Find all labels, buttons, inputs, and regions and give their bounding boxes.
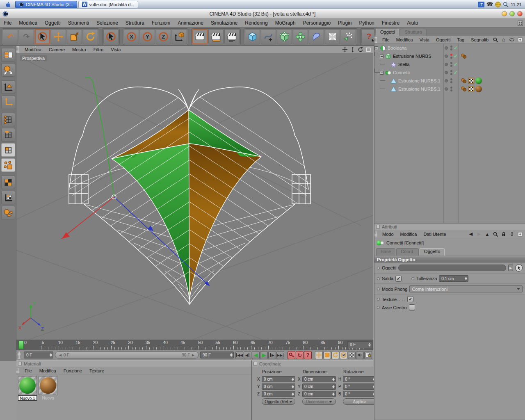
points-mode-button[interactable] — [1, 113, 15, 126]
material-thumbnail[interactable] — [18, 376, 37, 395]
key-scale-button[interactable] — [323, 351, 331, 359]
panel-pin-icon[interactable] — [253, 362, 257, 365]
lock-x-button[interactable]: X — [124, 29, 139, 44]
plus-icon[interactable] — [517, 37, 523, 43]
render-view-button[interactable] — [192, 29, 208, 44]
coordinate-system-button[interactable] — [172, 29, 187, 44]
material-thumbnail[interactable] — [39, 376, 57, 395]
zoomv-icon[interactable] — [349, 46, 356, 52]
stepper-icon[interactable] — [332, 385, 335, 388]
up-icon[interactable]: ▲ — [484, 231, 491, 237]
taskbar-app-word[interactable]: W volte.doc [Modalità d... — [78, 1, 138, 8]
taskbar-app-cinema4d[interactable]: CINEMA 4D Studio (3... — [15, 1, 77, 8]
next-frame-button[interactable]: ▶ — [268, 351, 276, 359]
stepper-icon[interactable] — [332, 378, 335, 381]
maximize-icon[interactable] — [365, 46, 372, 52]
expand-toggle-icon[interactable] — [374, 46, 378, 50]
layer-dot[interactable] — [445, 71, 448, 74]
prev-frame-button[interactable]: ◀ — [244, 351, 251, 359]
materials-menu-file[interactable]: File — [21, 368, 36, 373]
uvw-tag-icon[interactable] — [468, 78, 475, 84]
back-icon[interactable]: ◀ — [468, 231, 474, 237]
deformers-button[interactable] — [309, 29, 324, 44]
menu-oggetti[interactable]: Oggetti — [41, 20, 64, 26]
last-tool-button[interactable] — [103, 29, 119, 44]
materials-header[interactable]: Materiali — [16, 361, 251, 367]
tree-row-estrusione-nurbs-1[interactable]: Estrusione NURBS.1 — [374, 77, 525, 85]
panel-pin-icon[interactable] — [18, 362, 22, 365]
enabled-check-icon[interactable]: ✓ — [454, 70, 458, 75]
tree-row-booleana[interactable]: Booleana✓ — [374, 44, 525, 52]
object-picker-button[interactable] — [515, 264, 523, 272]
tree-row-estrusione-nurbs-1[interactable]: Estrusione NURBS.1 — [374, 85, 525, 93]
section-header[interactable]: Proprietà Oggetto — [374, 256, 525, 262]
current-frame-marker[interactable] — [18, 341, 24, 349]
redo-button[interactable]: ↷ — [19, 29, 34, 44]
modo-phong-dropdown[interactable]: Come Interruzioni — [409, 285, 523, 292]
attr-menu-dati-utente[interactable]: Dati Utente — [420, 232, 450, 237]
keyframe-doc-button[interactable] — [364, 351, 372, 359]
play-forward-button[interactable]: ▶ — [260, 351, 268, 359]
tree-row-stella[interactable]: Stella✓ — [374, 60, 525, 68]
salda-checkbox[interactable]: ✓ — [395, 276, 402, 282]
coord-field-dimensione-z[interactable]: 0 cm — [302, 391, 336, 397]
menu-plugin[interactable]: Plugin — [334, 20, 355, 26]
visibility-dots[interactable] — [450, 46, 452, 50]
to-end-button[interactable]: ▶▶ — [276, 351, 284, 359]
animation-mode-button[interactable] — [1, 206, 15, 219]
drag-handle[interactable] — [374, 231, 377, 237]
visibility-dots[interactable] — [450, 70, 452, 75]
coord-field-posizione-z[interactable]: 0 cm — [262, 391, 295, 397]
enabled-check-icon[interactable]: ✓ — [454, 45, 458, 51]
stepper-icon[interactable] — [368, 343, 371, 347]
coord-field-dimensione-y[interactable]: 0 cm — [302, 383, 336, 390]
menu-aiuto[interactable]: Aiuto — [403, 20, 422, 26]
layer-dot[interactable] — [445, 55, 448, 58]
coord-field-rotazione-p[interactable]: 0 ° — [343, 383, 377, 390]
menu-mograph[interactable]: MoGraph — [272, 20, 299, 26]
phong-tag-icon[interactable] — [461, 53, 467, 59]
lock-icon[interactable] — [500, 231, 507, 237]
key-rotate-button[interactable] — [331, 351, 339, 359]
texture-axis-mode-button[interactable] — [1, 191, 15, 204]
visibility-dots[interactable] — [450, 62, 452, 67]
viewport-menu-vista[interactable]: Vista — [107, 47, 124, 52]
om-menu-file[interactable]: File — [379, 37, 393, 42]
object-axis-mode-button[interactable] — [1, 96, 15, 109]
layer-dot[interactable] — [445, 79, 448, 82]
key-move-button[interactable] — [315, 351, 323, 359]
menu-rendering[interactable]: Rendering — [241, 20, 271, 26]
asse-centro-checkbox[interactable] — [409, 304, 415, 310]
live-selection-button[interactable] — [35, 29, 50, 44]
generators-button[interactable] — [277, 29, 292, 44]
zoom-button[interactable] — [509, 11, 515, 16]
eye-icon[interactable] — [509, 37, 515, 43]
key-param-button[interactable]: P — [340, 351, 347, 359]
menu-file[interactable]: File — [0, 20, 15, 26]
menu-simulazione[interactable]: Simulazione — [207, 20, 241, 26]
stepper-icon[interactable] — [292, 393, 294, 396]
layer-dot[interactable] — [445, 87, 448, 91]
stepper-icon[interactable] — [230, 353, 233, 357]
viewport-camera-label[interactable]: Prospettiva — [20, 55, 47, 61]
menu-personaggio[interactable]: Personaggio — [299, 20, 334, 26]
phone-icon[interactable]: ☎ — [486, 1, 493, 7]
tab-struttura[interactable]: Struttura — [400, 29, 426, 36]
tolleranza-field[interactable]: 0.1 cm — [439, 275, 468, 282]
layer-dot[interactable] — [445, 46, 448, 50]
preview-range-slider[interactable]: ◄ 0 F 90 F ► — [55, 352, 199, 358]
menu-animazione[interactable]: Animazione — [174, 20, 207, 26]
layout-switch-icon[interactable] — [518, 21, 523, 26]
current-frame-field[interactable]: 0 F — [24, 352, 53, 358]
viewport-menu-camere[interactable]: Camere — [45, 47, 68, 52]
forward-icon[interactable]: ▶ — [476, 231, 482, 237]
sound-button[interactable] — [356, 351, 364, 359]
key-pla-button[interactable] — [348, 351, 356, 359]
search-icon[interactable] — [492, 37, 499, 43]
attr-tab-coord[interactable]: Coord. — [396, 248, 419, 256]
dimensione-button[interactable]: Dimensione — [302, 398, 336, 405]
materials-menu-funzione[interactable]: Funzione — [60, 368, 86, 373]
rotate-button[interactable] — [83, 29, 98, 44]
record-rotate-button[interactable]: ↻ — [296, 351, 304, 359]
drag-handle[interactable] — [16, 46, 19, 53]
